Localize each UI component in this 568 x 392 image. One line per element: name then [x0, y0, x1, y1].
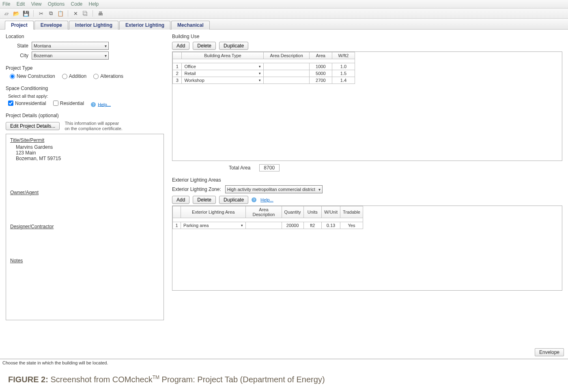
menu-edit[interactable]: Edit [17, 1, 25, 7]
tab-exterior-lighting[interactable]: Exterior Lighting [119, 21, 170, 30]
table-row[interactable]: 1 Parking area 20000 ft2 0.13 Yes [173, 222, 363, 229]
cell-tradable[interactable]: Yes [340, 222, 363, 229]
exterior-lighting-zone-combo[interactable]: High activity metropolitan commercial di… [225, 185, 323, 193]
exterior-lighting-zone-label: Exterior Lighting Zone: [172, 186, 221, 192]
row-num: 1 [173, 222, 181, 229]
table-row[interactable]: 3 Workshop 2700 1.4 [173, 77, 355, 84]
cell-building-type[interactable]: Office [184, 64, 261, 69]
col-building-area-type[interactable]: Building Area Type [182, 52, 264, 59]
cell-building-type[interactable]: Workshop [184, 78, 261, 83]
print-icon[interactable]: 🖶 [97, 10, 103, 17]
table-row[interactable]: 2 Retail 5000 1.5 [173, 70, 355, 77]
cut-icon[interactable]: ✂ [38, 10, 44, 17]
cell-value: Workshop [184, 78, 204, 83]
building-use-duplicate-button[interactable]: Duplicate [219, 42, 248, 50]
table-row[interactable]: 1 Office 1000 1.0 [173, 63, 355, 70]
notes-heading: Notes [10, 258, 159, 263]
cell-ext-area[interactable]: Parking area [183, 223, 243, 228]
menu-help[interactable]: Help [89, 1, 99, 7]
title-site-permit-heading: Title/Site/Permit [10, 137, 159, 143]
col-quantity[interactable]: Quantity [282, 206, 303, 218]
radio-addition-label: Addition [69, 73, 86, 79]
designer-contractor-heading: Designer/Contractor [10, 224, 159, 229]
menu-view[interactable]: View [31, 1, 42, 7]
row-num: 2 [173, 70, 182, 77]
ext-add-button[interactable]: Add [172, 196, 189, 204]
exterior-lighting-grid[interactable]: Exterior Lighting Area Area Description … [172, 206, 562, 291]
space-conditioning-heading: Space Conditioning [6, 86, 164, 91]
cell-area[interactable]: 1000 [309, 63, 332, 70]
paste-icon[interactable]: 📋 [57, 10, 64, 17]
cell-value: Parking area [183, 223, 209, 228]
open-icon[interactable]: 📂 [13, 10, 19, 17]
new-icon[interactable]: ▱ [3, 10, 10, 17]
total-area-value: 8700 [259, 164, 280, 171]
toolbar-separator [93, 10, 93, 17]
cell-quantity[interactable]: 20000 [282, 222, 303, 229]
building-use-add-button[interactable]: Add [172, 42, 189, 50]
cell-value: Office [184, 64, 196, 69]
col-area[interactable]: Area [309, 52, 332, 59]
check-nonresidential[interactable]: Nonresidential [8, 101, 46, 106]
building-use-grid[interactable]: Building Area Type Area Description Area… [172, 51, 562, 161]
duplicate-icon[interactable]: ⿻ [82, 10, 88, 17]
project-details-note: This information will appear on the comp… [65, 121, 122, 131]
project-address2: Bozeman, MT 59715 [16, 156, 159, 161]
caption-text: Screenshot from COMcheck [48, 375, 153, 384]
project-title: Marvins Gardens [16, 144, 159, 150]
edit-project-details-button[interactable]: Edit Project Details... [6, 122, 60, 130]
menu-options[interactable]: Options [48, 1, 65, 7]
save-icon[interactable]: 💾 [23, 10, 29, 17]
col-wft2[interactable]: W/ft2 [332, 52, 355, 59]
col-area-description[interactable]: Area Description [264, 52, 309, 59]
cell-ext-desc[interactable] [246, 222, 282, 229]
radio-new-construction[interactable]: New Construction [10, 73, 55, 79]
col-tradable[interactable]: Tradable [340, 206, 363, 218]
col-wunit[interactable]: W/Unit [321, 206, 340, 218]
project-type-heading: Project Type [6, 65, 164, 71]
tab-envelope[interactable]: Envelope [34, 21, 68, 30]
cell-desc[interactable] [264, 77, 309, 84]
help-icon: ? [91, 102, 96, 107]
radio-alterations[interactable]: Alterations [93, 73, 123, 79]
cell-units[interactable]: ft2 [303, 222, 321, 229]
cell-area[interactable]: 2700 [309, 77, 332, 84]
building-use-delete-button[interactable]: Delete [193, 42, 216, 50]
radio-addition[interactable]: Addition [62, 73, 86, 79]
delete-icon[interactable]: ✕ [72, 10, 79, 17]
ext-duplicate-button[interactable]: Duplicate [219, 196, 248, 204]
project-details-heading: Project Details (optional) [6, 113, 164, 118]
copy-icon[interactable]: ⧉ [47, 10, 54, 17]
menu-file[interactable]: File [2, 1, 10, 7]
cell-desc[interactable] [264, 63, 309, 70]
cell-wunit[interactable]: 0.13 [321, 222, 340, 229]
cell-wft2[interactable]: 1.4 [332, 77, 355, 84]
toolbar: ▱ 📂 💾 ✂ ⧉ 📋 ✕ ⿻ 🖶 [0, 9, 568, 19]
menu-code[interactable]: Code [71, 1, 83, 7]
ext-help-link[interactable]: Help... [260, 197, 273, 202]
cell-desc[interactable] [264, 70, 309, 77]
note-line2: on the compliance certificate. [65, 126, 122, 131]
note-line1: This information will appear [65, 121, 122, 126]
col-units[interactable]: Units [303, 206, 321, 218]
tab-project[interactable]: Project [5, 21, 34, 30]
cell-building-type[interactable]: Retail [184, 71, 261, 76]
state-label: State [6, 43, 28, 49]
radio-alterations-label: Alterations [100, 73, 123, 79]
city-combo[interactable]: Bozeman [32, 51, 109, 60]
envelope-next-button[interactable]: Envelope [535, 348, 564, 356]
city-label: City [6, 53, 28, 58]
col-ext-lighting-area[interactable]: Exterior Lighting Area [181, 206, 245, 218]
cell-area[interactable]: 5000 [309, 70, 332, 77]
cell-wft2[interactable]: 1.5 [332, 70, 355, 77]
check-residential[interactable]: Residential [53, 101, 84, 106]
state-combo[interactable]: Montana [32, 42, 109, 50]
space-conditioning-help-link[interactable]: Help... [98, 102, 111, 107]
tab-mechanical[interactable]: Mechanical [171, 21, 210, 30]
col-ext-desc[interactable]: Area Description [246, 206, 282, 218]
cell-wft2[interactable]: 1.0 [332, 63, 355, 70]
caption-prefix: FIGURE 2: [8, 375, 48, 384]
ext-delete-button[interactable]: Delete [193, 196, 216, 204]
state-value: Montana [34, 43, 51, 48]
tab-interior-lighting[interactable]: Interior Lighting [69, 21, 118, 30]
